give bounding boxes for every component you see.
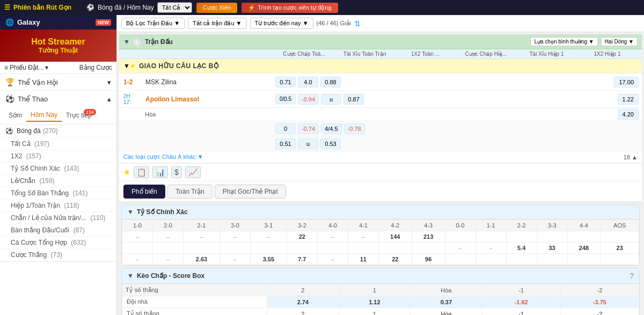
sidebar-item-1x2[interactable]: 1X2 (157) — [0, 150, 116, 163]
cell-r1-12[interactable] — [506, 231, 537, 243]
cell-r2-5[interactable] — [287, 243, 317, 254]
sidebar-item-ban-thang[interactable]: Bàn thắng Đầu/Cuối (87) — [0, 224, 116, 237]
cell-r2-12[interactable]: 5.4 — [506, 243, 537, 254]
cell-r1-9[interactable]: 213 — [412, 231, 445, 243]
cell-r3-14[interactable] — [567, 254, 601, 265]
cell-r2-14[interactable]: 248 — [567, 243, 601, 254]
hai-dong-select[interactable]: Hai Dòng ▼ — [601, 37, 638, 46]
filter-all-matches[interactable]: Tất cả trận đấu ▼ — [188, 18, 246, 29]
cell-r2-2[interactable] — [184, 243, 220, 254]
cell-r3-0[interactable]: -- — [122, 254, 153, 265]
sidebar-item-cuoc-thang[interactable]: Cược Thắng (73) — [0, 249, 116, 261]
cell-r3-2[interactable]: 2.63 — [184, 254, 220, 265]
cell-r2-1[interactable] — [153, 243, 184, 254]
cell-r1-14[interactable] — [567, 231, 601, 243]
odd-extra-3[interactable]: 4.20 — [618, 109, 639, 120]
cell-r2-4[interactable] — [250, 243, 287, 254]
cell-r2-9[interactable] — [412, 243, 445, 254]
the-thao-header[interactable]: ⚽ Thể Thao ▴ — [0, 91, 116, 107]
cell-r1-15[interactable] — [601, 231, 639, 243]
cell-r3-7[interactable]: 11 — [348, 254, 378, 265]
cell-r2-10[interactable]: -- — [445, 243, 475, 254]
nav-som-button[interactable]: Sớm — [4, 109, 26, 122]
odd-h1-r4[interactable]: 0 — [275, 123, 296, 134]
cell-r1-11[interactable] — [475, 231, 506, 243]
cell-r2-8[interactable] — [378, 243, 412, 254]
cell-r1-4[interactable]: -- — [250, 231, 287, 243]
cell-r3-13[interactable] — [537, 254, 567, 265]
kc-val-1-12[interactable]: 1.12 — [339, 296, 410, 308]
cell-r2-0[interactable] — [122, 243, 153, 254]
cell-r1-6[interactable]: -- — [317, 231, 348, 243]
cell-r1-0[interactable]: -- — [122, 231, 153, 243]
filter-label[interactable]: Bộ Lọc Trận Đấu ▼ — [121, 18, 185, 29]
dollar-icon[interactable]: $ — [171, 166, 182, 178]
cell-r3-5[interactable]: 7.7 — [287, 254, 317, 265]
cell-r1-7[interactable]: -- — [348, 231, 378, 243]
odd-h2-r5[interactable]: u — [298, 138, 318, 149]
odd-h1-r5[interactable]: 0.51 — [275, 138, 296, 149]
cell-r3-4[interactable]: 3.55 — [250, 254, 287, 265]
auto-cuoc-xien-button[interactable]: ⚡ Trình tạo cược xiên tự động — [241, 3, 338, 13]
cell-r2-15[interactable]: 23 — [601, 243, 639, 254]
sidebar-item-tatca[interactable]: Tất Cả (197) — [0, 138, 116, 150]
chart-icon[interactable]: 📈 — [185, 166, 201, 178]
sidebar-item-tong-hop[interactable]: Cá Cược Tổng Hợp (632) — [0, 237, 116, 249]
bang-cuoc-button[interactable]: Bảng Cược — [79, 64, 112, 71]
cell-r3-1[interactable]: -- — [153, 254, 184, 265]
cell-r1-13[interactable] — [537, 231, 567, 243]
team2-name[interactable]: Apollon Limassol — [145, 96, 199, 103]
cell-r1-10[interactable] — [445, 231, 475, 243]
league-header[interactable]: ▼ ★ GIAO HỮU CÂU LẠC BỘ — [119, 59, 642, 74]
cell-r3-9[interactable]: 96 — [412, 254, 445, 265]
clipboard-icon[interactable]: 📋 — [134, 166, 149, 178]
odd-h3-r4[interactable]: 4/4.5 — [321, 123, 341, 134]
option-normal-select[interactable]: Lựa chọn bình thường ▼ — [530, 37, 597, 46]
odd-handicap-h2[interactable]: -0.94 — [298, 94, 319, 105]
odd-total-u[interactable]: u — [321, 94, 341, 105]
more-odds-link[interactable]: Các loại cược Châu Á khác ▼ — [123, 153, 203, 160]
cell-r2-3[interactable] — [219, 243, 250, 254]
cell-r3-11[interactable] — [475, 254, 506, 265]
nav-truc-tiep-button[interactable]: Trực tiếp 134 — [62, 109, 96, 122]
kc-val-m3-75[interactable]: -3.75 — [560, 296, 639, 308]
odd-extra-2[interactable]: 1.22 — [618, 94, 639, 105]
cell-r1-2[interactable]: -- — [184, 231, 220, 243]
odd-extra-1[interactable]: 17.00 — [614, 77, 639, 87]
odd-handicap-1[interactable]: 0.71 — [275, 77, 296, 87]
odd-h3-r5[interactable]: 0.53 — [320, 138, 341, 149]
cell-r3-10[interactable] — [445, 254, 475, 265]
keo-chap-header[interactable]: ▼ Kèo Chấp - Score Box ? — [122, 268, 639, 284]
cell-r1-3[interactable]: -- — [219, 231, 250, 243]
cell-r2-7[interactable] — [348, 243, 378, 254]
cell-r2-11[interactable]: -- — [475, 243, 506, 254]
cell-r3-6[interactable]: -- — [317, 254, 348, 265]
odd-x12-2[interactable]: 0.87 — [343, 94, 364, 105]
the-van-hoi-header[interactable]: 🏆 Thể Vận Hội ▾ — [0, 74, 116, 90]
sidebar-item-hiep1[interactable]: Hiệp 1/Toàn Trận (118) — [0, 200, 116, 212]
cell-r1-5[interactable]: 22 — [287, 231, 317, 243]
cell-r2-13[interactable]: 33 — [537, 243, 567, 254]
kc-val-2-74[interactable]: 2.74 — [267, 296, 339, 308]
team1-name[interactable]: MSK Zilina — [145, 78, 177, 86]
cuoc-xien-button[interactable]: Cược Xiên — [196, 3, 238, 13]
sidebar-item-tong-so[interactable]: Tổng Số Bàn Thắng (141) — [0, 187, 116, 200]
tab-phat-goc[interactable]: Phạt Góc/Thẻ Phạt — [215, 185, 286, 199]
kc-val-0-37[interactable]: 0.37 — [411, 296, 482, 308]
filter-time[interactable]: Từ trước đến nay ▼ — [250, 18, 313, 29]
sidebar-item-chan-le[interactable]: Chẵn / Lẻ của Nửa trận/... (110) — [0, 212, 116, 224]
odd-handicap-h1[interactable]: 0/0.5 — [275, 94, 296, 104]
sidebar-item-bongda[interactable]: ⚽ Bóng đá (270) — [0, 124, 116, 138]
cell-r1-1[interactable]: -- — [153, 231, 184, 243]
nav-hom-nay-button[interactable]: Hôm Nay — [26, 109, 62, 122]
cell-r3-3[interactable]: -- — [219, 254, 250, 265]
odd-total-1[interactable]: 4.0 — [298, 77, 318, 87]
phieu-dat-button[interactable]: ≡ Phiếu Đặt... ▾ — [4, 64, 48, 71]
sidebar-item-lechan[interactable]: Lẻ/Chẵn (159) — [0, 175, 116, 187]
cell-r3-15[interactable] — [601, 254, 639, 265]
cell-r3-12[interactable] — [506, 254, 537, 265]
section-header[interactable]: ▼ 🕐 Trận Đấu Lựa chọn bình thường ▼ Hai … — [119, 34, 642, 49]
sport-filter-select[interactable]: Tất Cả — [157, 2, 192, 13]
kc-val-m1-62[interactable]: -1.62 — [482, 296, 560, 308]
cell-r2-6[interactable] — [317, 243, 348, 254]
